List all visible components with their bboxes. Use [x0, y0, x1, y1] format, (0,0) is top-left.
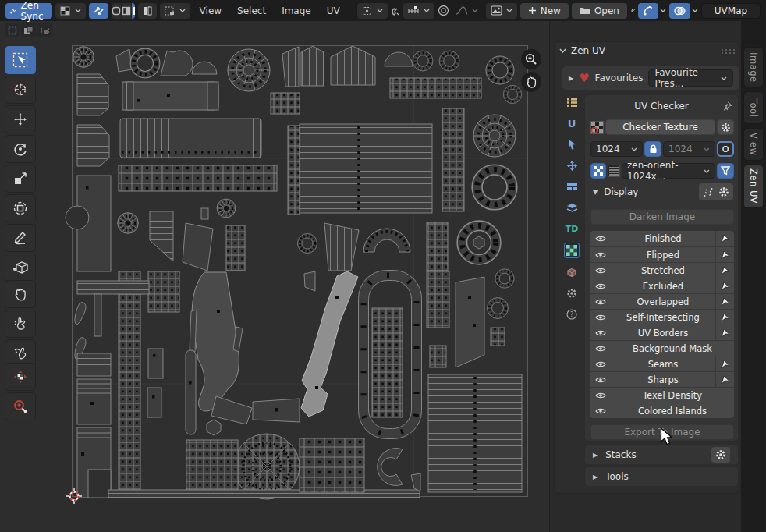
- help-category-icon[interactable]: ?: [564, 307, 580, 321]
- eye-icon[interactable]: [590, 372, 611, 387]
- overlays-toggle-button[interactable]: [669, 3, 690, 19]
- menu-uv[interactable]: UV: [321, 3, 346, 19]
- chevron-down-icon[interactable]: [692, 9, 698, 12]
- checker-toggle-button[interactable]: [590, 163, 606, 179]
- tweak-tool-button[interactable]: [5, 46, 36, 74]
- checker-category-icon[interactable]: [564, 243, 580, 258]
- move-tool-button[interactable]: [5, 105, 36, 133]
- panel-header[interactable]: Zen UV: [559, 45, 605, 56]
- grab-hand-tool-button[interactable]: [5, 280, 36, 308]
- size-x-dropdown[interactable]: 1024: [590, 141, 643, 157]
- pan-hand-button[interactable]: [521, 72, 541, 92]
- select-arrow-button[interactable]: [715, 294, 734, 309]
- unlink-icon[interactable]: [703, 187, 714, 197]
- display-row-background-mask[interactable]: Background Mask: [590, 340, 734, 356]
- favourite-presets-dropdown[interactable]: Favourite Pres...: [648, 69, 733, 87]
- display-row-excluded[interactable]: Excluded: [590, 278, 734, 293]
- eye-icon[interactable]: [590, 310, 611, 325]
- display-row-uv-borders[interactable]: UV Borders: [590, 325, 734, 340]
- uv-map-field[interactable]: UVMap: [701, 3, 761, 19]
- stacks-subpanel[interactable]: ▶ Stacks: [584, 445, 739, 465]
- menu-select[interactable]: Select: [231, 3, 272, 19]
- gear-category-icon[interactable]: [564, 286, 580, 300]
- display-row-texel-density[interactable]: Texel Density: [590, 387, 734, 403]
- tab-image[interactable]: Image: [743, 47, 764, 87]
- lock-resolution-button[interactable]: [644, 141, 661, 157]
- select-arrow-button[interactable]: [715, 278, 734, 293]
- pack-category-icon[interactable]: [564, 265, 580, 279]
- cursor-tool-button[interactable]: [5, 76, 36, 104]
- new-image-button[interactable]: New: [520, 3, 569, 19]
- zoom-in-button[interactable]: [521, 49, 541, 69]
- transform-category-icon[interactable]: [564, 158, 580, 172]
- snap-options-dropdown[interactable]: [403, 3, 434, 19]
- falloff-dropdown[interactable]: [451, 3, 483, 19]
- gizmo-toggle-button[interactable]: [638, 3, 658, 19]
- darken-image-button[interactable]: Darken Image: [590, 209, 734, 225]
- rotate-tool-button[interactable]: [5, 135, 36, 163]
- display-row-self-intersecting[interactable]: Self-Intersecting: [590, 309, 734, 325]
- texture-filter-button[interactable]: [717, 163, 734, 179]
- texel-density-category-icon[interactable]: TD: [564, 222, 580, 236]
- snap-magnet-icon[interactable]: [391, 5, 402, 16]
- display-row-finished[interactable]: Finished: [590, 231, 734, 246]
- select-arrow-button[interactable]: [715, 247, 734, 262]
- eye-icon[interactable]: [590, 294, 611, 309]
- eye-icon[interactable]: [590, 356, 611, 371]
- filled-mode-button[interactable]: [132, 3, 135, 19]
- eye-icon[interactable]: [590, 263, 611, 278]
- eye-icon[interactable]: [590, 403, 611, 418]
- display-row-flipped[interactable]: Flipped: [590, 246, 734, 262]
- tab-view[interactable]: View: [743, 128, 764, 161]
- open-image-button[interactable]: Open: [572, 3, 627, 19]
- display-row-seams[interactable]: Seams: [590, 356, 734, 371]
- display-row-sharps[interactable]: Sharps: [590, 371, 734, 387]
- uv-editor-canvas[interactable]: [0, 21, 555, 532]
- select-dropdown[interactable]: [160, 3, 190, 19]
- tab-tool[interactable]: Tool: [743, 91, 764, 124]
- zen-transform-tool-button[interactable]: [5, 363, 36, 391]
- display-row-colored-islands[interactable]: Colored Islands: [590, 403, 734, 418]
- shared-vertex-button[interactable]: [21, 23, 36, 37]
- menu-view[interactable]: View: [193, 3, 228, 19]
- zen-inspect-tool-button[interactable]: [5, 392, 36, 420]
- orient-texture-button[interactable]: O: [717, 141, 734, 157]
- display-section-header[interactable]: ▼ Display: [593, 186, 638, 197]
- select-arrow-button[interactable]: [715, 310, 734, 325]
- size-y-dropdown[interactable]: 1024: [663, 141, 715, 157]
- select-arrow-button[interactable]: [715, 325, 734, 340]
- gear-icon[interactable]: [718, 186, 729, 197]
- select-category-icon[interactable]: [564, 137, 580, 151]
- sticky-select-button[interactable]: [5, 23, 20, 37]
- eye-icon[interactable]: [590, 247, 611, 262]
- face-mode-button[interactable]: [122, 3, 132, 19]
- eye-icon[interactable]: [590, 325, 611, 340]
- relax-tool-button[interactable]: [5, 310, 36, 338]
- select-arrow-button[interactable]: [715, 356, 734, 371]
- shared-location-button[interactable]: [37, 23, 52, 37]
- eye-icon[interactable]: [590, 388, 611, 403]
- pin-icon[interactable]: [630, 5, 635, 16]
- image-browse-dropdown[interactable]: [486, 3, 517, 19]
- unwrap-category-icon[interactable]: U: [564, 116, 580, 130]
- scale-tool-button[interactable]: [5, 165, 36, 193]
- select-arrow-button[interactable]: [715, 263, 734, 278]
- pin-icon[interactable]: [722, 101, 732, 112]
- panel-grip-icon[interactable]: [721, 48, 735, 55]
- zen-sync-arrows-button[interactable]: [89, 3, 108, 19]
- eye-icon[interactable]: [590, 278, 611, 293]
- favourites-expand-arrow[interactable]: ▶: [569, 75, 573, 82]
- proportional-edit-icon[interactable]: [438, 5, 449, 16]
- texture-name-dropdown[interactable]: zen-orient-1024x...: [622, 163, 715, 179]
- uv-layout[interactable]: [0, 21, 555, 532]
- tab-zen-uv[interactable]: Zen UV: [743, 165, 764, 208]
- annotate-tool-button[interactable]: [5, 224, 36, 252]
- eye-icon[interactable]: [590, 231, 611, 246]
- pivot-dropdown[interactable]: [357, 3, 388, 19]
- stacks-settings-button[interactable]: [711, 447, 730, 463]
- split-display-button[interactable]: [138, 3, 157, 19]
- checker-texture-button[interactable]: Checker Texture: [605, 119, 715, 135]
- chevron-down-icon[interactable]: [660, 9, 666, 12]
- tools-subpanel[interactable]: ▶ Tools: [584, 466, 739, 487]
- zen-sync-button[interactable]: Zen Sync: [5, 3, 52, 19]
